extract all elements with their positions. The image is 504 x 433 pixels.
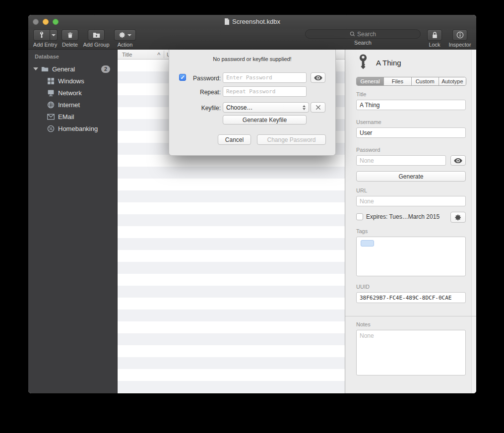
uuid-field[interactable] [356, 292, 466, 303]
list-row[interactable] [118, 298, 345, 309]
username-field[interactable] [356, 127, 466, 138]
action-label: Action [114, 42, 136, 48]
chevron-down-icon [52, 34, 56, 36]
column-header-title[interactable]: Title [122, 52, 132, 58]
lock-label: Lock [424, 42, 445, 48]
inspector-panel: A Thing General Files Custom Autotype Ti… [345, 50, 476, 393]
list-row[interactable] [118, 179, 345, 190]
list-row[interactable] [118, 345, 345, 357]
list-row[interactable] [118, 357, 345, 369]
sidebar-item-label: Internet [58, 101, 80, 109]
list-row[interactable] [118, 250, 345, 262]
username-label: Username [356, 119, 381, 125]
action-item: Action [114, 29, 136, 48]
list-row[interactable] [118, 321, 345, 333]
action-button[interactable] [114, 29, 136, 41]
entry-title: A Thing [376, 59, 401, 67]
column-divider[interactable] [164, 51, 164, 58]
sidebar-item-label: Windows [58, 77, 84, 85]
keyfile-popup[interactable]: Choose… [223, 102, 309, 113]
app-window: Screenshot.kdbx Add Entry [28, 15, 476, 393]
title-field[interactable] [356, 100, 466, 110]
url-field[interactable] [356, 196, 466, 206]
reveal-password-button[interactable] [450, 155, 466, 166]
sidebar-item-homebanking[interactable]: Homebanking [28, 123, 117, 134]
password-checkbox[interactable]: ✓ [179, 74, 186, 81]
expires-checkbox[interactable] [356, 213, 363, 220]
tab-general[interactable]: General [357, 77, 383, 85]
add-group-button[interactable] [88, 29, 105, 41]
list-row[interactable] [118, 333, 345, 345]
document-icon [224, 18, 230, 25]
list-row[interactable] [118, 381, 345, 393]
generate-keyfile-button[interactable]: Generate Keyfile [223, 115, 307, 124]
sidebar-item-email[interactable]: EMail [28, 111, 117, 123]
generate-label: Generate [398, 173, 423, 180]
sidebar-item-internet[interactable]: Internet [28, 99, 117, 111]
expires-settings-button[interactable] [450, 212, 466, 223]
add-entry-item: Add Entry [31, 29, 59, 48]
disclosure-triangle-icon[interactable] [33, 67, 38, 70]
eye-icon [314, 75, 322, 80]
network-icon [47, 89, 55, 97]
search-input[interactable]: Search [305, 29, 421, 39]
titlebar[interactable]: Screenshot.kdbx [28, 15, 476, 29]
tab-custom[interactable]: Custom [411, 77, 439, 85]
generate-button[interactable]: Generate [356, 171, 466, 182]
tab-files[interactable]: Files [383, 77, 411, 85]
envelope-icon [47, 113, 55, 121]
add-entry-button[interactable] [33, 29, 50, 41]
change-password-button[interactable]: Change Password [257, 134, 326, 145]
delete-item: Delete [61, 29, 79, 48]
sidebar-item-windows[interactable]: Windows [28, 75, 117, 87]
list-row[interactable] [118, 274, 345, 286]
repeat-label: Repeat: [188, 89, 221, 96]
list-row[interactable] [118, 190, 345, 202]
password-field[interactable] [356, 155, 446, 166]
generate-keyfile-label: Generate Keyfile [243, 117, 287, 124]
tab-autotype[interactable]: Autotype [439, 77, 466, 85]
list-row[interactable] [118, 167, 345, 179]
expires-label: Expires: Tues…March 2015 [366, 213, 440, 220]
info-icon [456, 31, 464, 39]
inspector-scrollbar[interactable] [471, 50, 476, 393]
cancel-button[interactable]: Cancel [218, 134, 251, 145]
sort-ascending-icon: ^ [157, 52, 160, 58]
windows-icon [47, 77, 55, 85]
tags-box[interactable] [356, 237, 466, 276]
list-row[interactable] [118, 369, 345, 381]
divider [345, 316, 476, 316]
tag-token[interactable] [361, 240, 374, 247]
reveal-password-button[interactable] [311, 72, 325, 83]
password-input[interactable] [223, 72, 307, 83]
url-label: URL [356, 187, 367, 193]
delete-button[interactable] [62, 29, 78, 41]
window-title: Screenshot.kdbx [28, 18, 476, 25]
list-row[interactable] [118, 238, 345, 250]
list-row[interactable] [118, 155, 345, 167]
gear-icon [455, 214, 461, 221]
lock-button[interactable] [427, 29, 442, 41]
inspector-item: Inspector [447, 29, 473, 48]
add-entry-dropdown[interactable] [50, 29, 58, 41]
sidebar: Database General 2 Windows Network Inter… [28, 50, 118, 393]
uuid-label: UUID [356, 284, 370, 290]
sidebar-item-network[interactable]: Network [28, 87, 117, 99]
search-icon [350, 31, 355, 37]
list-row[interactable] [118, 262, 345, 274]
globe-icon [47, 101, 55, 109]
list-row[interactable] [118, 214, 345, 226]
notes-area[interactable] [356, 330, 466, 375]
list-row[interactable] [118, 286, 345, 298]
clear-keyfile-button[interactable] [311, 102, 325, 113]
list-row[interactable] [118, 202, 345, 214]
sidebar-group-general[interactable]: General 2 [28, 63, 117, 75]
cancel-label: Cancel [225, 136, 244, 143]
list-row[interactable] [118, 393, 345, 393]
gear-icon [119, 32, 126, 38]
inspector-button[interactable] [452, 29, 467, 41]
list-row[interactable] [118, 309, 345, 321]
search-item: Search Search [305, 29, 421, 46]
list-row[interactable] [118, 226, 345, 238]
repeat-input[interactable] [223, 86, 307, 97]
